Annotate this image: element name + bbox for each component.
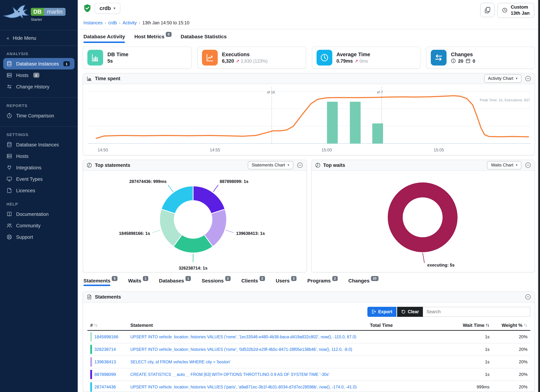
collapse-panel-icon[interactable]: [525, 162, 531, 168]
tab-database-statistics[interactable]: Database Statistics: [181, 34, 227, 43]
statement-text-link[interactable]: CREATE STATISTICS __auto__ FROM [63] WIT…: [130, 372, 362, 377]
col-header-statement[interactable]: Statement: [127, 320, 367, 330]
tab-database-activity[interactable]: Database Activity: [83, 34, 125, 43]
wait-time-value: 1s: [427, 368, 492, 381]
tab-label: Databases: [159, 278, 184, 283]
statement-text-link[interactable]: SELECT city, id FROM vehicles WHERE city…: [130, 360, 362, 364]
waits-chart-selector[interactable]: Waits Chart ▾: [487, 161, 521, 169]
detail-tab-changes[interactable]: Changes20: [348, 278, 378, 287]
dbmarlin-logo[interactable]: DB marlin Starter: [0, 0, 78, 27]
count-badge: 1: [143, 276, 148, 281]
sidebar-item-database-instances[interactable]: Database Instances 1: [3, 58, 75, 69]
count-badge: 2: [332, 276, 338, 281]
col-header-weight[interactable]: Weight %: [492, 320, 530, 330]
sidebar-item-change-history[interactable]: Change History: [0, 81, 78, 92]
collapse-panel-icon[interactable]: [297, 162, 303, 168]
statement-id-link[interactable]: 1845898166: [94, 334, 118, 339]
detail-tab-clients[interactable]: Clients2: [241, 278, 265, 287]
chevron-down-icon: ▾: [288, 163, 289, 167]
svg-text:15:05: 15:05: [434, 148, 444, 152]
statement-list-icon: [87, 294, 92, 299]
col-header-wait-time[interactable]: Wait Time: [427, 320, 492, 330]
sidebar-item-label: Hosts: [16, 73, 29, 78]
copy-icon: [485, 7, 490, 13]
detail-tab-statements[interactable]: Statements5: [83, 278, 117, 287]
statement-id-link[interactable]: 139638413: [94, 359, 116, 364]
col-header-total-time[interactable]: Total Time: [367, 320, 427, 330]
collapse-panel-icon[interactable]: [525, 75, 531, 82]
sidebar-item-community[interactable]: Community: [0, 220, 78, 231]
sort-icon-active: [485, 323, 490, 327]
time-range-button[interactable]: Custom 13th Jan: [498, 3, 535, 18]
sidebar-item-label: Time Comparison: [16, 113, 54, 118]
edition-label: Starter: [31, 17, 65, 21]
table-toolbar: Export Clear: [83, 302, 535, 320]
statement-text-link[interactable]: UPSERT INTO vehicle_location_histories V…: [130, 347, 362, 351]
statement-text-link[interactable]: UPSERT INTO vehicle_location_histories V…: [130, 335, 362, 339]
search-input[interactable]: [423, 307, 530, 317]
statement-id-link[interactable]: 887898099: [94, 372, 116, 377]
chevron-down-icon: ▾: [516, 163, 517, 167]
sidebar-item-time-comparison[interactable]: Time Comparison: [0, 110, 78, 121]
stat-card-db-time: DB Time 5s: [83, 47, 192, 69]
export-icon: [371, 309, 376, 314]
collapse-panel-icon[interactable]: [525, 294, 531, 300]
sidebar-item-hosts[interactable]: Hosts 0: [0, 69, 78, 81]
clear-button[interactable]: Clear: [397, 307, 423, 317]
sidebar-item-label: Hosts: [16, 154, 29, 159]
table-row: 1845898166 UPSERT INTO vehicle_location_…: [87, 330, 530, 343]
statement-id-link[interactable]: 326238714: [94, 347, 116, 352]
instance-selector[interactable]: crdb ▾: [95, 3, 120, 14]
detail-tab-users[interactable]: Users2: [276, 278, 296, 287]
time-range-mode: Custom: [511, 4, 528, 10]
tab-label: Clients: [241, 278, 258, 283]
logo-wordmark: DB marlin: [31, 8, 65, 16]
svg-text:287474436: 999ms: 287474436: 999ms: [129, 179, 166, 184]
detail-tab-programs[interactable]: Programs2: [307, 278, 338, 287]
sidebar-item-label: Integrations: [16, 165, 41, 170]
hide-menu-button[interactable]: « Hide Menu: [0, 30, 78, 46]
statements-chart-selector[interactable]: Statements Chart ▾: [248, 161, 293, 169]
sidebar-item-event-types[interactable]: Event Types: [0, 173, 78, 185]
breadcrumb-activity[interactable]: Activity: [122, 20, 137, 25]
event-change-count: 0: [472, 58, 475, 64]
sidebar-item-integrations[interactable]: Integrations: [0, 162, 78, 173]
detail-tab-sessions[interactable]: Sessions2: [202, 278, 231, 287]
svg-text:⇄ 16: ⇄ 16: [267, 90, 275, 94]
col-header-id[interactable]: #: [87, 320, 127, 330]
sidebar-item-label: Licences: [16, 188, 35, 193]
panel-title: Time spent: [95, 76, 120, 81]
sidebar-item-hosts[interactable]: Hosts: [0, 150, 78, 162]
bar-chart-icon: [87, 76, 92, 81]
time-spent-chart: ⇄ 16⇄ 714:5014:5515:0015:05Peak Time: 2s…: [83, 84, 535, 155]
copy-button[interactable]: [480, 3, 495, 17]
breadcrumb-instances[interactable]: Instances: [83, 20, 103, 25]
detail-tab-databases[interactable]: Databases1: [159, 278, 191, 287]
window-edge[interactable]: [538, 0, 540, 392]
table-row: 287474436 UPSERT INTO vehicle_location_h…: [87, 381, 530, 392]
breadcrumb-crdb[interactable]: crdb: [108, 20, 117, 25]
export-button[interactable]: Export: [367, 307, 396, 317]
wait-time-value: 1s: [427, 330, 492, 343]
sidebar-item-support[interactable]: Support: [0, 231, 78, 243]
statement-id-link[interactable]: 287474436: [94, 384, 116, 389]
svg-text:326238714: 1s: 326238714: 1s: [179, 266, 208, 270]
svg-text:14:55: 14:55: [210, 148, 220, 152]
sidebar-item-licences[interactable]: Licences: [0, 185, 78, 196]
statement-text-link[interactable]: UPSERT INTO vehicle_location_histories V…: [130, 385, 362, 389]
hide-menu-label: Hide Menu: [13, 35, 36, 41]
sidebar-item-database-instances[interactable]: Database Instances: [0, 139, 78, 150]
count-badge: 20: [371, 276, 378, 281]
tab-host-metrics[interactable]: Host Metrics0: [134, 34, 171, 43]
stat-card-title: Changes: [451, 52, 475, 57]
activity-chart-selector[interactable]: Activity Chart ▾: [484, 74, 521, 83]
sidebar-item-documentation[interactable]: Documentation: [0, 208, 78, 220]
top-statements-panel: Top statements Statements Chart ▾ 887898…: [83, 159, 307, 272]
top-waits-panel: Top waits Waits Chart ▾ executing: 5s: [311, 159, 535, 272]
svg-text:Peak Time: 2s, Executions: 837: Peak Time: 2s, Executions: 837: [480, 98, 530, 102]
tab-label: Statements: [83, 278, 110, 283]
detail-tab-waits[interactable]: Waits1: [128, 278, 148, 287]
sidebar-divider: [0, 126, 78, 127]
statement-color-swatch: [90, 357, 92, 366]
sidebar-item-label: Support: [16, 234, 33, 240]
